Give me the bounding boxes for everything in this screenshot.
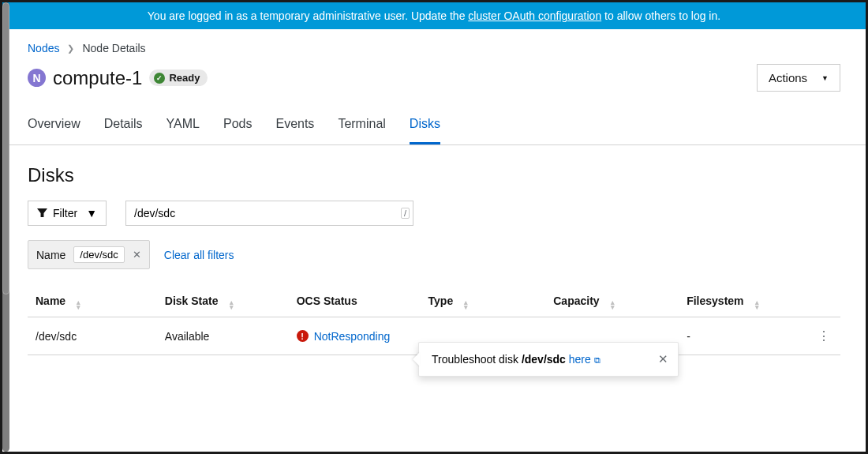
cell-name: /dev/sdc (28, 317, 157, 355)
tab-pods[interactable]: Pods (223, 106, 252, 144)
breadcrumb-root[interactable]: Nodes (28, 42, 59, 54)
cell-ocs: ! NotResponding (289, 317, 421, 355)
tab-terminal[interactable]: Terminal (338, 106, 385, 144)
actions-button[interactable]: Actions ▼ (757, 64, 840, 92)
scrollbar[interactable] (2, 2, 9, 452)
kebab-button[interactable]: ⋮ (808, 317, 840, 355)
status-text: Ready (169, 72, 200, 84)
actions-label: Actions (769, 71, 807, 84)
filter-chip-group: Name /dev/sdc ✕ (28, 240, 150, 269)
popover-text: Troubleshoot disk (432, 353, 522, 366)
chip-value: /dev/sdc (73, 246, 124, 263)
breadcrumb-current: Node Details (82, 42, 145, 54)
filter-dropdown[interactable]: Filter ▼ (28, 201, 107, 226)
node-badge-icon: N (28, 69, 46, 87)
chevron-right-icon: ❯ (67, 43, 74, 54)
popover-arrow-icon (413, 352, 420, 366)
scrollbar-thumb[interactable] (2, 2, 9, 295)
col-fs[interactable]: Filesystem (679, 285, 808, 317)
check-circle-icon: ✓ (154, 73, 165, 84)
caret-down-icon: ▼ (821, 74, 829, 82)
search-input[interactable] (125, 201, 413, 226)
tab-details[interactable]: Details (104, 106, 143, 144)
popover-close-icon[interactable]: ✕ (658, 352, 668, 366)
admin-banner: You are logged in as a temporary adminis… (2, 2, 866, 29)
error-circle-icon: ! (297, 330, 309, 342)
banner-text-prefix: You are logged in as a temporary adminis… (148, 9, 469, 22)
clear-all-filters-link[interactable]: Clear all filters (164, 249, 234, 261)
cell-state: Available (157, 317, 289, 355)
filter-label: Filter (53, 207, 77, 219)
col-name[interactable]: Name (28, 285, 157, 317)
caret-down-icon: ▼ (86, 207, 97, 219)
col-type[interactable]: Type (421, 285, 546, 317)
banner-text-suffix: to allow others to log in. (601, 9, 720, 22)
external-link-icon: ⧉ (594, 355, 600, 365)
col-ocs[interactable]: OCS Status (289, 285, 421, 317)
tab-events[interactable]: Events (275, 106, 314, 144)
troubleshoot-popover: Troubleshoot disk /dev/sdc here ⧉ ✕ (418, 342, 679, 377)
ocs-status-link[interactable]: NotResponding (314, 330, 391, 343)
page-title: compute-1 (53, 67, 142, 89)
col-cap[interactable]: Capacity (545, 285, 679, 317)
popover-here-link[interactable]: here ⧉ (569, 353, 600, 366)
tabs: Overview Details YAML Pods Events Termin… (2, 106, 866, 145)
col-state[interactable]: Disk State (157, 285, 289, 317)
banner-oauth-link[interactable]: cluster OAuth configuration (468, 9, 601, 22)
chip-close-icon[interactable]: ✕ (133, 249, 141, 261)
tab-overview[interactable]: Overview (28, 106, 80, 144)
breadcrumb: Nodes ❯ Node Details (28, 29, 840, 64)
popover-disk: /dev/sdc (522, 353, 566, 366)
search-shortcut-hint: / (401, 208, 410, 219)
cell-fs: - (679, 317, 808, 355)
tab-yaml[interactable]: YAML (166, 106, 200, 144)
status-badge: ✓ Ready (149, 69, 208, 86)
filter-icon (37, 207, 47, 219)
chip-category: Name (36, 249, 65, 261)
tab-disks[interactable]: Disks (410, 106, 440, 144)
section-title: Disks (28, 145, 840, 201)
